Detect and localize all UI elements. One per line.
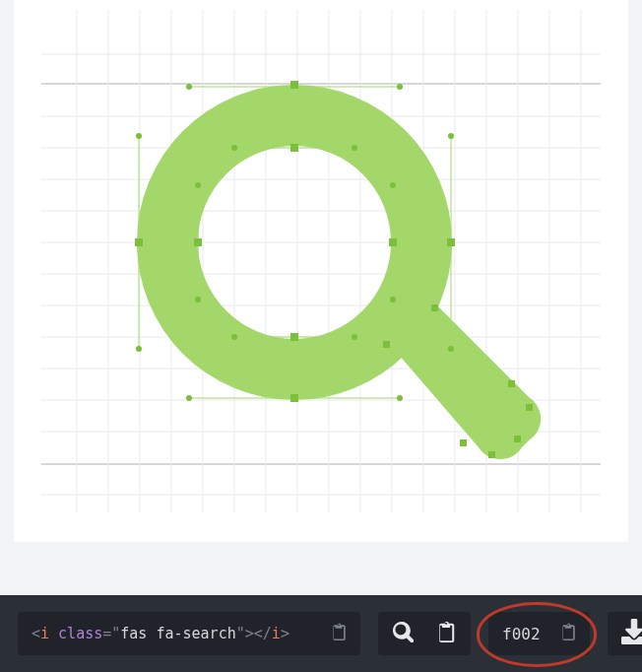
search-icon <box>392 621 414 646</box>
footer-bar: <i class="fas fa-search"></i> f002 <box>0 595 642 672</box>
code-snippet: <i class="fas fa-search"></i> <box>32 625 289 642</box>
download-icon <box>621 619 642 648</box>
unicode-box[interactable]: f002 <box>488 612 590 655</box>
unicode-value: f002 <box>502 625 541 643</box>
editor-grid <box>41 10 601 512</box>
icon-preview-panel <box>14 0 628 542</box>
glyph-preview-box[interactable] <box>378 612 471 655</box>
download-button[interactable] <box>608 612 642 655</box>
code-snippet-box[interactable]: <i class="fas fa-search"></i> <box>18 612 360 655</box>
clipboard-icon[interactable] <box>331 623 347 644</box>
clipboard-icon[interactable] <box>435 621 457 646</box>
clipboard-icon[interactable] <box>560 623 576 644</box>
